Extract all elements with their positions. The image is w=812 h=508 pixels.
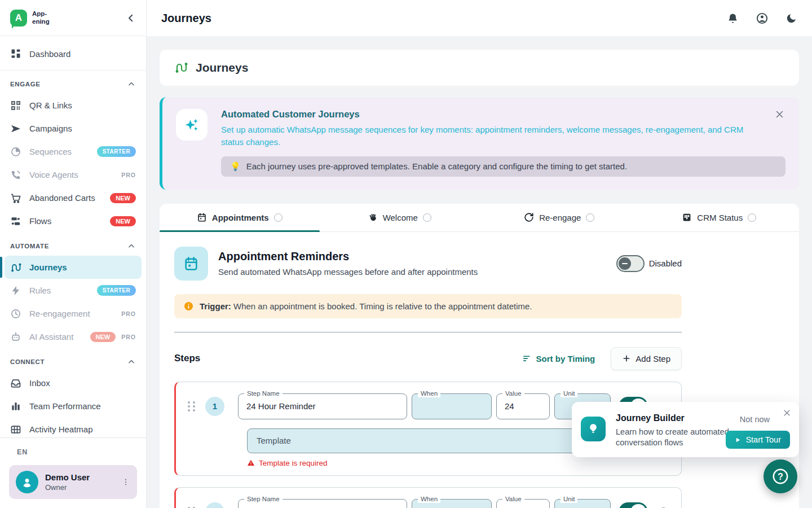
language-selector[interactable]: EN — [17, 448, 137, 456]
play-icon — [735, 437, 741, 443]
category-subtitle: Send automated WhatsApp messages before … — [218, 267, 478, 277]
tab-crm-status-radio[interactable] — [748, 213, 756, 222]
sidebar-item-label: Abandoned Carts — [29, 193, 95, 203]
not-now-button[interactable]: Not now — [740, 415, 770, 424]
sidebar-item-sequences[interactable]: Sequences STARTER — [5, 140, 142, 163]
step-card-2: 2 Step Name When Value Unit — [174, 487, 682, 508]
category-enable-toggle[interactable] — [616, 255, 645, 272]
sidebar: A App- ening Dashboard ENGAGE QR & Links — [0, 0, 147, 508]
section-header-engage[interactable]: ENGAGE — [5, 71, 142, 94]
sidebar-item-rules[interactable]: Rules STARTER — [5, 279, 142, 302]
add-step-button[interactable]: Add Step — [611, 347, 682, 370]
sidebar-footer: EN Demo User Owner — [0, 437, 146, 508]
sequence-timer-icon — [10, 146, 21, 157]
value-input[interactable] — [505, 401, 541, 411]
tab-re-engage-radio[interactable] — [586, 213, 594, 222]
brand-name-line2: ening — [32, 18, 50, 25]
banner-description: Set up automatic WhatsApp message sequen… — [221, 124, 785, 148]
help-button[interactable]: ? — [764, 459, 797, 493]
sidebar-item-campaigns[interactable]: Campaigns STARTER — [5, 117, 142, 140]
account-icon[interactable] — [756, 12, 769, 25]
tab-welcome[interactable]: Welcome — [320, 204, 480, 231]
sidebar-item-label: Activity Heatmap — [29, 424, 93, 434]
step-name-field[interactable]: Step Name — [238, 393, 407, 419]
section-header-automate[interactable]: AUTOMATE — [5, 233, 142, 256]
sidebar-nav: Dashboard ENGAGE QR & Links Campaigns ST… — [0, 36, 146, 437]
start-tour-button[interactable]: Start Tour — [726, 431, 790, 449]
drag-handle-icon[interactable] — [185, 401, 197, 411]
sidebar-item-ai-assistant[interactable]: AI Assistant NEW PRO — [5, 325, 142, 348]
sidebar-item-voice-agents[interactable]: Voice Agents PRO — [5, 163, 142, 186]
field-label: Step Name — [244, 495, 283, 503]
tab-re-engage[interactable]: Re-engage — [479, 204, 639, 231]
waving-hand-icon — [368, 212, 378, 222]
starter-badge: STARTER — [97, 146, 136, 157]
user-card[interactable]: Demo User Owner — [9, 465, 137, 499]
calendar-icon — [174, 247, 208, 281]
send-icon — [10, 123, 21, 134]
notifications-bell-icon[interactable] — [727, 12, 739, 24]
sidebar-collapse-button[interactable] — [126, 13, 136, 23]
value-field[interactable]: Value — [496, 393, 550, 419]
robot-icon — [10, 331, 21, 343]
step-name-input[interactable] — [246, 401, 399, 411]
journeys-panel: Appointments Welcome Re-engage — [160, 204, 799, 508]
sidebar-item-journeys[interactable]: Journeys — [5, 256, 142, 279]
topbar: Journeys — [147, 0, 812, 36]
step-name-field[interactable]: Step Name — [238, 499, 407, 508]
sort-by-timing-button[interactable]: Sort by Timing — [522, 354, 595, 364]
tab-crm-status[interactable]: CRM Status — [639, 204, 800, 231]
tab-appointments-radio[interactable] — [274, 213, 283, 222]
warning-triangle-icon — [247, 459, 255, 467]
category-tabbar: Appointments Welcome Re-engage — [160, 204, 799, 232]
toggle-knob — [630, 504, 646, 508]
chevron-up-icon — [127, 242, 136, 251]
popup-close-icon[interactable] — [783, 409, 791, 417]
phone-icon — [10, 169, 21, 181]
sidebar-item-label: AI Assistant — [29, 332, 73, 341]
clock-icon — [10, 308, 21, 319]
refresh-icon — [524, 212, 534, 222]
when-select[interactable]: When — [412, 393, 492, 419]
lightning-icon — [10, 285, 21, 296]
user-name: Demo User — [45, 472, 90, 482]
template-error-text: Template is required — [259, 459, 328, 467]
field-label: Value — [502, 389, 524, 398]
category-text: Appointment Reminders Send automated Wha… — [218, 250, 478, 277]
sidebar-item-abandoned-carts[interactable]: Abandoned Carts NEW — [5, 186, 142, 209]
inbox-icon — [10, 378, 21, 389]
step-enabled-toggle[interactable] — [619, 502, 648, 508]
sidebar-item-re-engagement[interactable]: Re-engagement PRO — [5, 302, 142, 325]
sidebar-item-flows[interactable]: Flows NEW — [5, 209, 142, 233]
field-label: Value — [502, 495, 524, 503]
section-label: AUTOMATE — [10, 243, 49, 249]
sidebar-item-team-performance[interactable]: Team Performance — [5, 395, 142, 418]
sidebar-item-dashboard[interactable]: Dashboard — [5, 40, 142, 68]
step-number-badge: 2 — [205, 502, 224, 508]
dark-mode-moon-icon[interactable] — [785, 12, 797, 24]
page-title: Journeys — [196, 61, 248, 75]
chevron-up-icon — [127, 80, 136, 89]
sidebar-item-label: Dashboard — [29, 49, 70, 59]
sidebar-item-inbox[interactable]: Inbox — [5, 371, 142, 395]
question-mark-icon: ? — [771, 467, 790, 486]
banner-close-icon[interactable] — [775, 110, 784, 119]
kebab-menu-icon[interactable] — [121, 478, 130, 487]
popup-body: Learn how to create automated conversati… — [616, 427, 731, 448]
tab-welcome-radio[interactable] — [423, 213, 431, 222]
calendar-icon — [197, 212, 207, 222]
banner-text: Automated Customer Journeys Set up autom… — [221, 109, 785, 177]
unit-select[interactable]: Unit — [554, 499, 611, 508]
tab-appointments[interactable]: Appointments — [160, 204, 320, 231]
bar-chart-icon — [10, 401, 21, 412]
sidebar-item-activity-heatmap[interactable]: Activity Heatmap — [5, 418, 142, 437]
page-title-card: Journeys — [160, 50, 799, 86]
journey-builder-popup: Journey Builder Learn how to create auto… — [572, 402, 799, 457]
template-select[interactable]: Template — [247, 428, 612, 453]
category-toggle-group: Disabled — [616, 255, 682, 272]
section-header-connect[interactable]: CONNECT — [5, 348, 142, 371]
value-field[interactable]: Value — [496, 499, 550, 508]
sidebar-item-qr-links[interactable]: QR & Links — [5, 94, 142, 117]
when-select[interactable]: When — [412, 499, 492, 508]
starter-badge: STARTER — [97, 285, 136, 296]
